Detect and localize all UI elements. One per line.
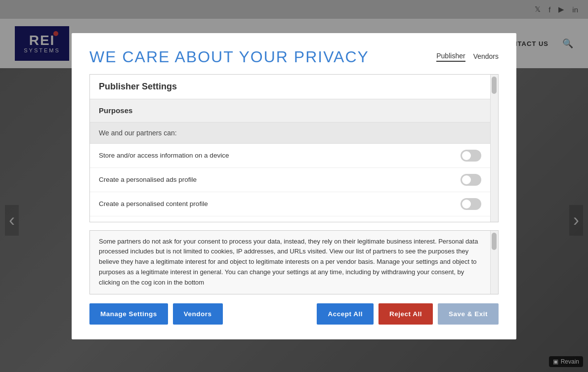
save-exit-button[interactable]: Save & Exit (438, 303, 499, 325)
footer-right-buttons: Accept All Reject All Save & Exit (317, 303, 499, 325)
partners-can-label: We and our partners can: (99, 129, 177, 137)
publisher-settings-section: Publisher Settings Purposes We and our p… (89, 74, 499, 222)
toggle-label-1: Store and/or access information on a dev… (99, 152, 229, 159)
toggle-label-2: Create a personalised ads profile (99, 176, 197, 183)
modal-header: WE CARE ABOUT YOUR PRIVACY Publisher Ven… (89, 48, 499, 66)
description-text: Some partners do not ask for your consen… (90, 231, 490, 294)
vertical-scrollbar-top[interactable] (490, 75, 498, 222)
publisher-settings-header: Publisher Settings (90, 75, 490, 99)
scroll-thumb-top (492, 77, 497, 94)
purposes-label: Purposes (99, 106, 132, 115)
toggle-item-1: Store and/or access information on a dev… (90, 144, 490, 168)
modal-footer: Manage Settings Vendors Accept All Rejec… (89, 303, 499, 325)
purposes-section: Purposes (90, 99, 490, 123)
publisher-settings-title: Publisher Settings (99, 82, 177, 91)
modal-title: WE CARE ABOUT YOUR PRIVACY (89, 48, 369, 66)
vendors-button[interactable]: Vendors (173, 303, 223, 325)
manage-settings-button[interactable]: Manage Settings (89, 303, 168, 325)
toggle-list: Store and/or access information on a dev… (90, 144, 490, 222)
toggle-switch-2[interactable] (461, 174, 481, 186)
modal-overlay: WE CARE ABOUT YOUR PRIVACY Publisher Ven… (0, 0, 588, 372)
toggle-item-2: Create a personalised ads profile (90, 168, 490, 192)
scroll-thumb-desc (492, 233, 497, 250)
reject-all-button[interactable]: Reject All (378, 303, 433, 325)
toggle-label-3: Create a personalised content profile (99, 200, 208, 207)
footer-left-buttons: Manage Settings Vendors (89, 303, 223, 325)
toggle-switch-1[interactable] (461, 150, 481, 162)
privacy-modal: WE CARE ABOUT YOUR PRIVACY Publisher Ven… (72, 33, 516, 339)
toggle-item-3: Create a personalised content profile (90, 192, 490, 216)
tab-publisher[interactable]: Publisher (436, 52, 465, 62)
toggle-item-4: Select personalised content (90, 216, 490, 222)
tab-vendors[interactable]: Vendors (473, 52, 499, 61)
toggle-switch-3[interactable] (461, 198, 481, 210)
description-area: Some partners do not ask for your consen… (89, 230, 499, 294)
modal-tabs: Publisher Vendors (436, 52, 499, 62)
accept-all-button[interactable]: Accept All (317, 303, 374, 325)
partners-can-section: We and our partners can: (90, 123, 490, 144)
vertical-scrollbar-desc[interactable] (490, 231, 498, 294)
